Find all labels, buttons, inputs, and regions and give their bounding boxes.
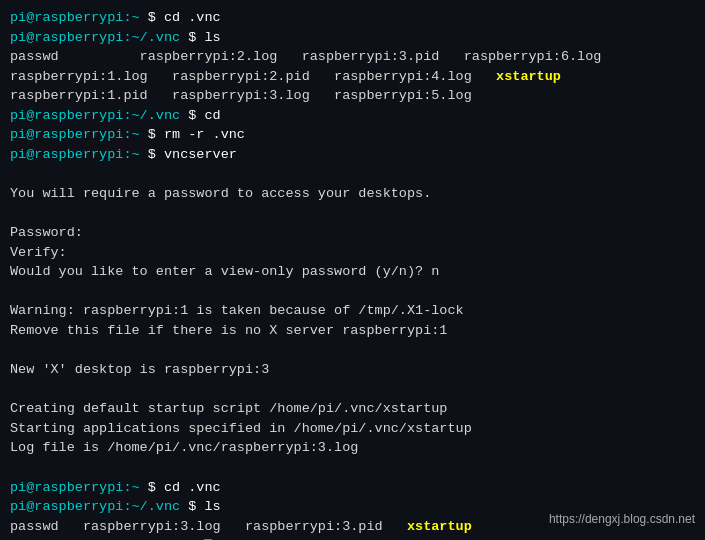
terminal-content: pi@raspberrypi:~ $ cd .vncpi@raspberrypi…	[10, 8, 695, 540]
terminal-line: Remove this file if there is no X server…	[10, 321, 695, 341]
terminal-line: pi@raspberrypi:~ $ cd .vnc	[10, 8, 695, 28]
terminal-line: Log file is /home/pi/.vnc/raspberrypi:3.…	[10, 438, 695, 458]
terminal-line: Verify:	[10, 243, 695, 263]
terminal-line	[10, 165, 695, 185]
terminal-line	[10, 380, 695, 400]
terminal-line: pi@raspberrypi:~ $ rm -r .vnc	[10, 125, 695, 145]
terminal-line	[10, 282, 695, 302]
terminal-line: pi@raspberrypi:~ $ cd .vnc	[10, 478, 695, 498]
terminal-line: pi@raspberrypi:~ $ vncserver	[10, 145, 695, 165]
terminal-line: pi@raspberrypi:~/.vnc $ cd	[10, 106, 695, 126]
terminal-line	[10, 458, 695, 478]
terminal-window: pi@raspberrypi:~ $ cd .vncpi@raspberrypi…	[0, 0, 705, 540]
terminal-line: You will require a password to access yo…	[10, 184, 695, 204]
terminal-line: raspberrypi:1.pid raspberrypi:3.log rasp…	[10, 86, 695, 106]
terminal-line: raspberrypi:1.log raspberrypi:2.pid rasp…	[10, 67, 695, 87]
terminal-line	[10, 204, 695, 224]
terminal-line: Would you like to enter a view-only pass…	[10, 262, 695, 282]
terminal-line: Password:	[10, 223, 695, 243]
terminal-line: passwd raspberrypi:2.log raspberrypi:3.p…	[10, 47, 695, 67]
watermark: https://dengxj.blog.csdn.net	[549, 511, 695, 528]
terminal-line: New 'X' desktop is raspberrypi:3	[10, 360, 695, 380]
terminal-line: pi@raspberrypi:~/.vnc $ ls	[10, 28, 695, 48]
terminal-line: Starting applications specified in /home…	[10, 419, 695, 439]
terminal-line	[10, 341, 695, 361]
terminal-line: Warning: raspberrypi:1 is taken because …	[10, 301, 695, 321]
terminal-line: Creating default startup script /home/pi…	[10, 399, 695, 419]
terminal-line: pi@raspberrypi:~/.vnc $	[10, 536, 695, 540]
